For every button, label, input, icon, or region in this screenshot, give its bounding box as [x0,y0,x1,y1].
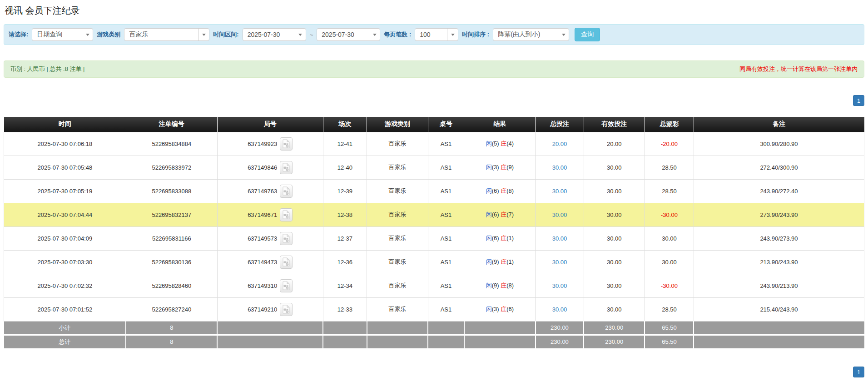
video-replay-button[interactable] [280,279,293,292]
result-banker-score: (4) [506,140,514,147]
cell-result: 闲(6) 庄(7) [464,203,536,226]
notice-text: 同局有效投注，统一计算在该局第一张注单内 [739,65,858,73]
table-row: 2025-07-30 07:05:48 522695833972 6371498… [4,156,864,179]
column-header: 场次 [323,117,367,132]
result-player-score: (5) [492,140,499,147]
total-bet-link[interactable]: 30.00 [552,282,567,289]
chevron-down-icon [369,29,380,40]
column-header: 总投注 [536,117,584,132]
cell-total-bet: 20.00 [536,132,584,156]
cell-bet-id: 522695832137 [126,203,217,226]
result-player-label: 闲 [486,282,492,289]
result-player-score: (3) [492,164,499,171]
cell-remark: 213.90/243.90 [694,250,864,274]
table-header-row: 时间注单编号局号场次游戏类别桌号结果总投注有效投注总派彩备注 [4,117,864,132]
cell-round-id: 637149210 [217,297,323,321]
cell-table-no: AS1 [428,297,464,321]
total-bet-link[interactable]: 30.00 [552,259,567,266]
column-header: 备注 [694,117,864,132]
video-replay-button[interactable] [280,256,293,269]
page-1-button[interactable]: 1 [853,367,864,377]
cell-payout: 28.50 [645,179,694,203]
video-replay-button[interactable] [280,232,293,245]
summary-valid-bet: 230.00 [584,321,645,335]
cell-bet-id: 522695830136 [126,250,217,274]
cell-round-id: 637149763 [217,179,323,203]
cell-game-type: 百家乐 [367,179,428,203]
date-to-select[interactable]: 2025-07-30 [317,28,380,41]
cell-time: 2025-07-30 07:05:48 [4,156,126,179]
cell-total-bet: 30.00 [536,156,584,179]
table-row: 2025-07-30 07:02:32 522695828460 6371493… [4,274,864,297]
summary-total-bet: 230.00 [536,335,584,348]
cell-time: 2025-07-30 07:01:52 [4,297,126,321]
cell-session: 12-40 [323,156,367,179]
column-header: 游戏类别 [367,117,428,132]
total-bet-link[interactable]: 30.00 [552,164,567,171]
column-header: 结果 [464,117,536,132]
summary-valid-bet: 230.00 [584,335,645,348]
date-to-value: 2025-07-30 [317,29,369,40]
video-file-icon [282,261,290,268]
game-type-select[interactable]: 百家乐 [124,28,209,41]
cell-round-id: 637149473 [217,250,323,274]
video-file-icon [282,237,290,244]
video-file-icon [282,285,290,292]
total-bet-link[interactable]: 30.00 [552,188,567,195]
cell-table-no: AS1 [428,203,464,226]
cell-round-id: 637149310 [217,274,323,297]
cell-bet-id: 522695827240 [126,297,217,321]
video-replay-button[interactable] [280,161,293,174]
round-number: 637149473 [248,259,277,266]
result-player-score: (9) [492,258,499,265]
cell-round-id: 637149671 [217,203,323,226]
round-number: 637149846 [248,164,277,171]
summary-payout: 65.50 [645,321,694,335]
search-button[interactable]: 查询 [575,28,600,41]
result-player-label: 闲 [486,235,492,241]
cell-total-bet: 30.00 [536,274,584,297]
summary-label: 小计 [4,321,126,335]
result-player-label: 闲 [486,258,492,265]
summary-total-bet: 230.00 [536,321,584,335]
total-bet-link[interactable]: 30.00 [552,306,567,313]
video-replay-button[interactable] [280,303,293,316]
date-range-label: 时间区间: [213,30,238,39]
page-1-button[interactable]: 1 [853,95,864,106]
cell-table-no: AS1 [428,226,464,250]
summary-payout: 65.50 [645,335,694,348]
video-replay-button[interactable] [280,137,293,151]
cell-bet-id: 522695831166 [126,226,217,250]
total-bet-link[interactable]: 20.00 [552,141,567,147]
date-from-select[interactable]: 2025-07-30 [243,28,306,41]
cell-result: 闲(9) 庄(1) [464,250,536,274]
result-banker-score: (1) [506,258,514,265]
video-file-icon [282,214,290,221]
page-size-select[interactable]: 100 [415,28,458,41]
cell-total-bet: 30.00 [536,203,584,226]
chevron-down-icon [558,29,569,40]
query-type-select[interactable]: 日期查询 [32,28,93,41]
result-player-score: (6) [492,235,499,241]
cell-result: 闲(5) 庄(4) [464,132,536,156]
round-number: 637149573 [248,235,277,242]
cell-game-type: 百家乐 [367,156,428,179]
total-bet-link[interactable]: 30.00 [552,235,567,242]
result-banker-score: (7) [506,211,514,218]
result-banker-label: 庄 [501,258,506,265]
chevron-down-icon [82,29,93,40]
round-number: 637149310 [248,282,277,289]
cell-time: 2025-07-30 07:04:44 [4,203,126,226]
table-row: 2025-07-30 07:04:09 522695831166 6371495… [4,226,864,250]
table-row: 2025-07-30 07:04:44 522695832137 6371496… [4,203,864,226]
round-number: 637149210 [248,306,277,313]
time-sort-select[interactable]: 降冪(由大到小) [493,28,569,41]
result-banker-label: 庄 [501,140,506,147]
total-bet-link[interactable]: 30.00 [552,211,567,218]
column-header: 局号 [217,117,323,132]
video-replay-button[interactable] [280,185,293,198]
chevron-down-icon [447,29,458,40]
cell-result: 闲(6) 庄(1) [464,226,536,250]
video-replay-button[interactable] [280,208,293,221]
cell-table-no: AS1 [428,156,464,179]
